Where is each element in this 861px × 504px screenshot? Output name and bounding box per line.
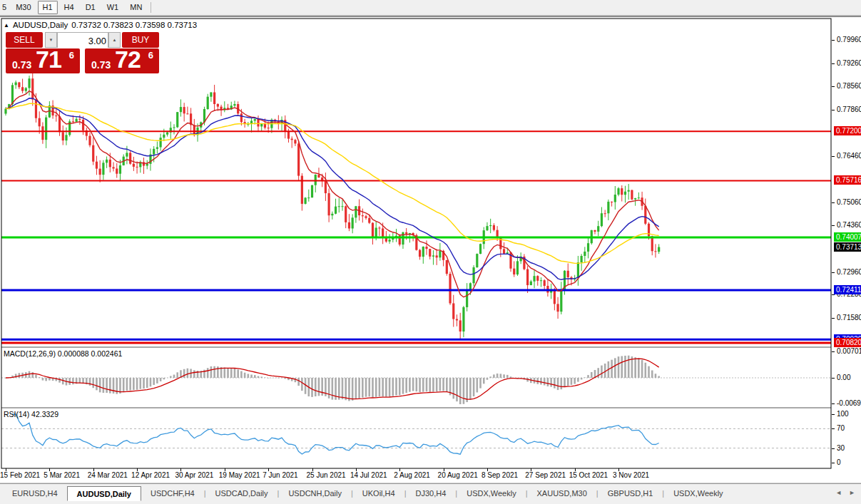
date-label: 20 Aug 2021 [438,471,478,479]
chart-tab-ukoil-h4[interactable]: UKOil,H4 [353,486,404,501]
chart-tab-usdcad-daily[interactable]: USDCAD,Daily [206,486,277,501]
chart-symbol-label: AUDUSD,Daily [13,21,68,29]
timeframe-button-h1[interactable]: H1 [38,1,58,14]
chart-window[interactable] [0,17,861,483]
chart-header: ▲ AUDUSD,Daily 0.73732 0.73823 0.73598 0… [4,21,197,29]
date-label: 25 Jun 2021 [307,471,346,479]
timeframe-toolbar: 5M30H1H4D1W1MN [0,0,861,15]
sell-price-prefix: 0.73 [12,59,31,71]
mt4-window: { "toolbar": { "timeframes": [ {"label":… [0,0,861,504]
price-tick: 0.78560 [832,82,861,91]
tab-scroll-left-icon[interactable]: ◄ [835,489,842,496]
indicator-axis-tick: 0.00 [832,374,861,382]
date-label: 7 Jun 2021 [263,471,298,479]
spin-down-icon: ▼ [49,38,54,42]
price-axis[interactable]: 0.799600.792600.785600.778600.764600.750… [832,17,861,468]
date-label: 30 Apr 2021 [175,471,213,479]
date-axis[interactable]: 15 Feb 20215 Mar 202124 Mar 202112 Apr 2… [0,469,831,483]
timeframe-button-mn[interactable]: MN [125,1,147,14]
price-tick: 0.77860 [832,106,861,114]
date-label: 3 Nov 2021 [613,471,649,479]
timeframe-button-h4[interactable]: H4 [59,1,79,14]
spin-up-icon: ▲ [113,38,117,42]
timeframe-button-d1[interactable]: D1 [81,1,101,14]
sell-price-box[interactable]: 0.73 71 6 [6,48,80,73]
indicator-axis-tick: 0 [832,458,861,467]
tab-scroll-right-icon[interactable]: ► [849,489,855,496]
chart-tab-usdchf-h4[interactable]: USDCHF,H4 [141,486,204,501]
chart-tab-gbpusd-h1[interactable]: GBPUSD,H1 [598,486,663,501]
chart-tab-usdcnh-daily[interactable]: USDCNH,Daily [279,486,351,501]
price-tick: 0.74360 [832,221,861,230]
date-label: 15 Feb 2021 [0,471,40,479]
indicator-axis-tick: 100 [832,410,861,418]
indicator-axis-tick: 0.007015 [832,347,861,356]
timeframe-button-m30[interactable]: M30 [11,1,36,14]
timeframe-button-w1[interactable]: W1 [102,1,124,14]
date-label: 15 Oct 2021 [569,471,608,479]
chart-tab-eurusd-h4[interactable]: EURUSD,H4 [3,486,67,501]
timeframe-button-5[interactable]: 5 [1,1,9,14]
sell-price-big: 71 [36,46,61,73]
chart-tab-usdx-weekly[interactable]: USDX,Weekly [664,486,732,501]
date-label: 14 Jul 2021 [350,471,387,479]
date-label: 5 Mar 2021 [44,471,80,479]
price-level-label: 0.73713 [834,242,861,252]
rsi-label: RSI(14) 42.3329 [4,410,58,418]
price-level-label: 0.74007 [834,232,861,242]
date-label: 8 Sep 2021 [482,471,518,479]
price-level-label: 0.72411 [834,285,861,294]
indicator-axis-tick: -0.006923 [832,399,861,408]
one-click-trade-panel: SELL ▼ ▲ BUY 0.73 71 6 0.73 72 6 [6,32,159,73]
price-tick: 0.79960 [832,36,861,44]
volume-input[interactable] [58,34,108,48]
macd-label: MACD(12,26,9) 0.000088 0.002461 [4,349,122,358]
chart-tab-dj30-h4[interactable]: DJ30,H4 [407,486,456,501]
price-tick: 0.75060 [832,198,861,207]
buy-price-prefix: 0.73 [91,59,111,71]
chart-tab-bar: EURUSD,H4AUDUSD,DailyUSDCHF,H4|USDCAD,Da… [0,483,861,504]
toolbar-divider [0,15,861,17]
price-tick: 0.79260 [832,59,861,68]
sell-price-pip: 6 [69,50,74,61]
price-level-label: 0.77200 [834,126,861,135]
buy-price-box[interactable]: 0.73 72 6 [85,48,159,73]
date-label: 19 May 2021 [219,471,260,479]
indicator-axis-tick: 30 [832,444,861,453]
indicator-axis-tick: 70 [832,424,861,433]
price-tick: 0.71580 [832,314,861,322]
price-level-label: 0.70820 [834,338,861,347]
chart-tab-audusd-daily[interactable]: AUDUSD,Daily [67,486,141,501]
date-label: 24 Mar 2021 [88,471,128,479]
collapse-panel-icon[interactable]: ▲ [4,22,9,29]
buy-price-big: 72 [115,46,141,73]
chart-tab-usdx-weekly[interactable]: USDX,Weekly [457,486,525,501]
price-tick: 0.76460 [832,152,861,160]
date-label: 12 Apr 2021 [131,471,170,479]
chart-ohlc-values: 0.73732 0.73823 0.73598 0.73713 [71,21,197,29]
date-label: 2 Aug 2021 [394,471,430,479]
price-level-label: 0.75716 [834,175,861,185]
buy-price-pip: 6 [148,50,153,61]
date-label: 27 Sep 2021 [525,471,566,479]
volume-box [57,32,108,48]
toolbar-separator [151,2,151,13]
chart-tab-xauusd-m30[interactable]: XAUUSD,M30 [528,486,596,501]
price-tick: 0.72960 [832,268,861,277]
